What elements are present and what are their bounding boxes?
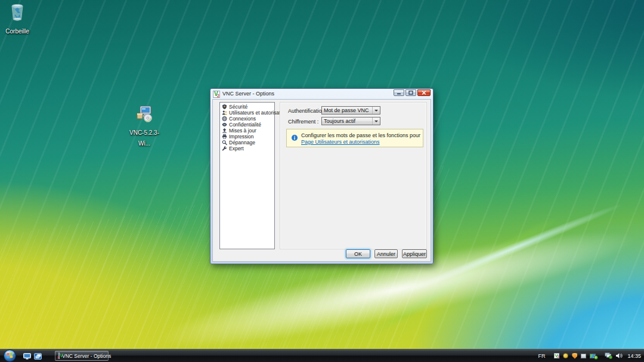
security-shield-icon[interactable] <box>571 352 578 359</box>
sidebar-item-connections[interactable]: Connexions <box>220 116 274 122</box>
encryption-label: Chiffrement : <box>288 119 318 125</box>
sidebar-item-label: Mises à jour <box>229 128 256 134</box>
window-tray-icon[interactable] <box>580 352 587 359</box>
connections-icon <box>222 116 227 122</box>
sidebar-item-label: Sécurité <box>229 104 247 110</box>
desktop-icon-label: VNC-5.2.3-Wi... <box>129 129 159 147</box>
close-icon <box>422 91 426 95</box>
desktop-icon-label: Corbeille <box>5 28 29 35</box>
encryption-dropdown[interactable]: Toujours actif <box>321 117 380 125</box>
troubleshooting-icon <box>222 140 227 146</box>
network-icon-glyph <box>605 352 612 359</box>
chevron-down-icon <box>372 117 380 125</box>
chevron-down-icon <box>372 107 380 114</box>
sidebar-item-label: Impression <box>229 134 254 140</box>
start-button[interactable] <box>4 349 16 362</box>
printing-icon <box>222 134 227 140</box>
maximize-icon <box>408 91 413 95</box>
switch-windows-icon <box>34 353 42 360</box>
sidebar-item-updates[interactable]: Mises à jour <box>220 128 274 134</box>
privacy-icon <box>222 122 227 128</box>
maximize-button[interactable] <box>405 89 416 96</box>
dialog-buttons: OK Annuler Appliquer <box>346 249 427 258</box>
recycle-bin-icon <box>0 4 37 24</box>
taskbar-window-button-label: VNC Server - Options <box>62 353 111 359</box>
taskbar-window-button[interactable]: V 2 VNC Server - Options <box>55 351 109 361</box>
window-title: VNC Server - Options <box>222 91 391 97</box>
network-icon[interactable] <box>604 352 612 359</box>
security-settings-panel: Authentification : Mot de passe VNC Chif… <box>280 102 427 249</box>
desktop-icon-recycle-bin[interactable]: Corbeille <box>0 4 37 36</box>
green-status-icon[interactable] <box>594 354 598 361</box>
info-text: Configurer les mots de passe et les fonc… <box>301 132 420 138</box>
volume-icon[interactable] <box>615 352 623 359</box>
authentication-value: Mot de passe VNC <box>324 107 372 113</box>
vnc-tray-icon[interactable]: V 2 <box>553 352 560 359</box>
sidebar-item-security[interactable]: Sécurité <box>220 104 274 110</box>
volume-icon-glyph <box>615 352 623 359</box>
vnc-options-window: V 2 VNC Server - Options <box>210 88 434 264</box>
users-icon <box>222 110 227 116</box>
quick-launch-switch-windows[interactable] <box>33 352 42 360</box>
minimize-icon <box>397 91 401 95</box>
updates-icon <box>222 128 227 134</box>
authentication-dropdown[interactable]: Mot de passe VNC <box>321 106 380 115</box>
sidebar-item-label: Dépannage <box>229 140 255 146</box>
encryption-value: Toujours actif <box>324 118 372 124</box>
system-tray: FR V 2 <box>538 349 641 362</box>
dialog-client-area: Sécurité Utilisateurs et autorisations C… <box>212 99 431 262</box>
vnc-logo-icon: V 2 <box>58 352 60 359</box>
sidebar-item-expert[interactable]: Expert <box>220 146 274 151</box>
minimize-button[interactable] <box>394 89 404 96</box>
sidebar-item-label: Connexions <box>229 116 256 122</box>
vnc-logo-icon: V 2 <box>213 91 220 98</box>
taskbar-clock[interactable]: 14:35 <box>627 353 641 359</box>
taskbar: V 2 VNC Server - Options FR V 2 <box>0 349 644 362</box>
sidebar-item-label: Expert <box>229 146 244 151</box>
users-permissions-page-link[interactable]: Page Utilisateurs et autorisations <box>301 139 380 145</box>
installer-icon <box>125 105 164 125</box>
sidebar-item-label: Confidentialité <box>229 122 261 128</box>
sidebar-item-privacy[interactable]: Confidentialité <box>220 122 274 128</box>
desktop-icon-vnc-installer[interactable]: VNC-5.2.3-Wi... <box>125 105 164 148</box>
security-icon <box>222 104 227 110</box>
info-box: Configurer les mots de passe et les fonc… <box>286 129 423 147</box>
expert-icon <box>222 146 227 151</box>
sidebar-item-users[interactable]: Utilisateurs et autorisations <box>220 110 274 116</box>
info-icon <box>292 135 298 141</box>
show-desktop-icon <box>23 353 31 360</box>
yellow-status-icon[interactable] <box>562 352 569 359</box>
language-indicator[interactable]: FR <box>538 353 545 359</box>
desktop: Corbeille VNC-5.2.3-Wi... V <box>0 0 644 362</box>
options-category-list: Sécurité Utilisateurs et autorisations C… <box>219 102 275 249</box>
quick-launch-show-desktop[interactable] <box>23 352 32 360</box>
windows-logo-icon <box>4 349 16 362</box>
sidebar-item-printing[interactable]: Impression <box>220 134 274 140</box>
close-button[interactable] <box>417 89 431 96</box>
ok-button[interactable]: OK <box>346 249 370 258</box>
sidebar-item-troubleshooting[interactable]: Dépannage <box>220 140 274 146</box>
window-titlebar[interactable]: V 2 VNC Server - Options <box>210 89 433 99</box>
cancel-button[interactable]: Annuler <box>374 249 398 258</box>
apply-button[interactable]: Appliquer <box>402 249 427 258</box>
